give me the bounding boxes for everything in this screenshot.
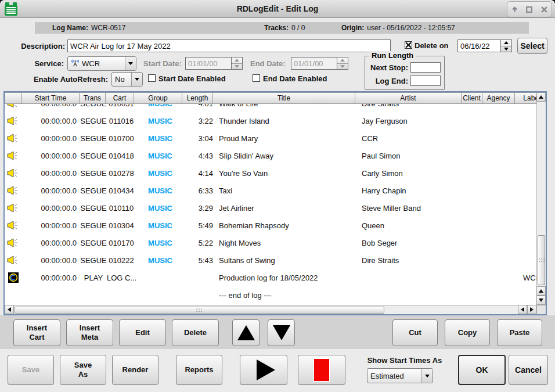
cell-length: 4:43 [185, 152, 216, 160]
scroll-left-icon[interactable] [5, 305, 14, 314]
shade-window-icon[interactable] [511, 5, 519, 13]
cell-start_time: 00:00:00.0 [22, 239, 80, 247]
cell-group: MUSIC [136, 239, 185, 247]
column-header-artist[interactable]: Artist [355, 92, 462, 104]
start-date-enabled-checkbox[interactable] [148, 74, 156, 82]
column-header-agency[interactable]: Agency [482, 92, 515, 104]
cell-trans: SEGUE [80, 256, 107, 265]
column-header-trans[interactable]: Trans [79, 92, 106, 104]
speaker-icon [5, 168, 22, 178]
log-chain-icon [5, 272, 22, 283]
cell-length: 3:22 [185, 117, 216, 125]
antenna-icon [71, 59, 80, 68]
delete-date-spinner[interactable] [501, 39, 512, 52]
edit-button[interactable]: Edit [119, 319, 166, 346]
insert-meta-button[interactable]: Insert Meta [66, 319, 113, 346]
play-button[interactable] [240, 355, 287, 385]
cell-artist: Jay Ferguson [359, 117, 466, 125]
cell-start_time: 00:00:00.0 [22, 221, 80, 230]
column-header-start_time[interactable]: Start Time [21, 92, 80, 104]
cancel-button[interactable]: Cancel [509, 355, 548, 385]
autorefresh-combo[interactable]: No [111, 72, 143, 87]
log-end-input[interactable] [410, 75, 441, 86]
log-row[interactable]: 00:00:00.0SEGUE010434MUSIC6:33TaxiHarry … [5, 182, 536, 199]
show-start-times-combo[interactable]: Estimated [367, 368, 433, 383]
cell-start_time: 00:00:00.0 [22, 204, 80, 213]
log-row[interactable]: 00:00:00.0SEGUE010170MUSIC5:22Night Move… [5, 234, 536, 251]
log-row[interactable]: 00:00:00.0SEGUE010304MUSIC5:49Bohemian R… [5, 217, 536, 234]
cell-label: WCR- [520, 274, 536, 282]
scroll-up-icon[interactable] [536, 92, 546, 102]
render-button[interactable]: Render [112, 355, 158, 385]
log-row[interactable]: 00:00:00.0PLAYLOG C...Production log for… [5, 269, 536, 286]
scroll-left-icon[interactable] [518, 305, 527, 314]
log-row[interactable]: 00:00:00.0SEGUE010700MUSIC3:04Proud Mary… [5, 130, 536, 147]
ok-button[interactable]: OK [458, 355, 506, 385]
insert-cart-button[interactable]: Insert Cart [13, 319, 60, 346]
scroll-up-icon[interactable] [536, 286, 546, 296]
show-start-times-label: Show Start Times As [358, 356, 451, 365]
stop-button[interactable] [298, 355, 345, 385]
end-date-label: End Date: [250, 59, 286, 68]
combo-arrow-icon[interactable] [125, 57, 136, 70]
horizontal-scroll-thumb[interactable] [15, 307, 384, 314]
column-header-client[interactable]: Client [461, 92, 482, 104]
vertical-scrollbar[interactable] [536, 92, 546, 305]
cell-title: Night Moves [216, 239, 359, 247]
cell-cart: 010304 [107, 221, 136, 230]
spin-up-icon[interactable] [501, 40, 511, 46]
combo-arrow-icon[interactable] [421, 369, 433, 383]
move-down-button[interactable] [268, 319, 295, 346]
reports-button[interactable]: Reports [176, 355, 222, 385]
move-up-button[interactable] [232, 319, 260, 346]
window-controls [507, 1, 552, 17]
cell-title: Proud Mary [216, 134, 359, 143]
delete-on-checkbox[interactable] [405, 41, 412, 49]
scroll-down-icon[interactable] [536, 296, 546, 305]
cut-button[interactable]: Cut [392, 319, 438, 346]
log-row[interactable]: 00:00:00.0SEGUE010278MUSIC4:14You're So … [5, 164, 536, 182]
scroll-right-icon[interactable] [527, 305, 536, 314]
cell-start_time: 00:00:00.0 [22, 117, 80, 125]
paste-button[interactable]: Paste [497, 319, 542, 346]
cell-trans: SEGUE [80, 134, 107, 143]
maximize-window-icon[interactable] [525, 5, 534, 13]
log-row[interactable]: 00:00:00.0SEGUE010110MUSIC3:29Jet Airlin… [5, 199, 536, 217]
cell-cart: 010051 [107, 104, 136, 108]
column-header-group[interactable]: Group [134, 92, 182, 104]
next-stop-input[interactable] [410, 62, 441, 73]
horizontal-scrollbar[interactable] [5, 305, 536, 314]
column-header-icon[interactable] [5, 92, 22, 104]
speaker-icon [5, 221, 22, 230]
description-input[interactable] [67, 39, 391, 52]
cell-group: MUSIC [136, 152, 185, 160]
column-header-cart[interactable]: Cart [105, 92, 134, 104]
cell-cart: 010110 [107, 204, 136, 213]
close-window-icon[interactable] [540, 5, 548, 13]
cell-start_time: 00:00:00.0 [22, 274, 80, 282]
log-row[interactable]: 00:00:00.0SEGUE010051MUSIC4:01Walk of Li… [5, 104, 536, 112]
log-end-label: Log End: [367, 77, 408, 85]
spin-down-icon[interactable] [501, 46, 511, 52]
cell-artist: Dire Straits [359, 104, 466, 108]
delete-date-input[interactable] [457, 39, 501, 52]
log-row[interactable]: 00:00:00.0SEGUE010418MUSIC4:43Slip Slidi… [5, 147, 536, 164]
select-button[interactable]: Select [517, 38, 547, 54]
start-date-spinner [232, 57, 243, 70]
cell-cart: 011016 [107, 117, 136, 125]
save-as-button[interactable]: Save As [60, 355, 106, 385]
vertical-scroll-thumb[interactable] [538, 235, 545, 285]
combo-arrow-icon[interactable] [131, 73, 142, 86]
column-header-title[interactable]: Title [212, 92, 355, 104]
service-combo[interactable]: WCR [67, 56, 136, 71]
log-row[interactable]: 00:00:00.0SEGUE011016MUSIC3:22Thunder Is… [5, 112, 536, 130]
end-date-enabled-checkbox[interactable] [253, 74, 260, 82]
delete-button[interactable]: Delete [172, 319, 219, 346]
checkmark-x-icon [405, 42, 412, 48]
log-row[interactable]: 00:00:00.0SEGUE010222MUSIC5:43Sultans of… [5, 251, 536, 269]
cell-length: 3:04 [185, 134, 216, 143]
cell-artist: Harry Chapin [359, 186, 466, 195]
column-header-label[interactable]: Label [514, 92, 536, 104]
copy-button[interactable]: Copy [445, 319, 490, 346]
column-header-length[interactable]: Length [182, 92, 213, 104]
